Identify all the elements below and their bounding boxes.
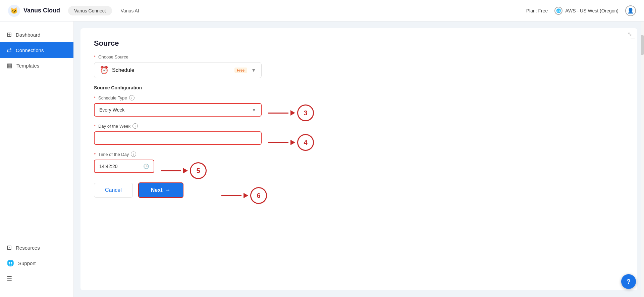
choose-source-label: * Choose Source	[94, 54, 624, 59]
arrow-line-3	[268, 113, 288, 114]
scrollbar-track[interactable]	[641, 22, 644, 297]
sidebar-label-connections: Connections	[16, 47, 44, 53]
annotation-4: 4	[268, 134, 314, 151]
chevron-down-icon: ▼	[251, 68, 256, 73]
nav-right: Plan: Free 🌐 AWS - US West (Oregon) 👤	[526, 5, 636, 16]
schedule-type-value: Every Week	[99, 107, 124, 113]
sidebar-item-connections[interactable]: ⇄ Connections	[0, 42, 73, 58]
time-of-day-info-icon: i	[131, 152, 136, 157]
arrow-line-5	[161, 170, 181, 171]
time-of-day-label: * Time of the Day i	[94, 152, 624, 157]
content-panel: ⤡ — Source * Choose Source ⏰ Schedule Fr…	[80, 28, 637, 290]
sidebar-item-dashboard[interactable]: ⊞ Dashboard	[0, 27, 73, 42]
help-button[interactable]: ?	[621, 274, 636, 289]
minimize-icon[interactable]: —	[631, 36, 635, 41]
globe-icon: 🌐	[554, 7, 562, 15]
resources-icon: ⊡	[7, 244, 12, 251]
day-of-week-info-icon: i	[132, 123, 138, 129]
button-area: Cancel Next → 6	[94, 182, 624, 198]
next-arrow-icon: →	[165, 187, 171, 193]
schedule-icon: ⏰	[100, 66, 109, 75]
source-title: Source	[94, 39, 624, 48]
sidebar-item-resources[interactable]: ⊡ Resources	[0, 240, 73, 255]
next-button[interactable]: Next →	[138, 182, 183, 198]
arrow-head-3	[290, 110, 295, 116]
plan-label: Plan: Free	[526, 8, 548, 13]
region-area: 🌐 AWS - US West (Oregon)	[554, 7, 619, 15]
topnav: 🐱 Vanus Cloud Vanus Connect Vanus AI Pla…	[0, 0, 644, 22]
arrow-head-5	[183, 168, 188, 173]
sidebar-item-templates[interactable]: ▦ Templates	[0, 58, 73, 73]
annotation-6: 6	[221, 187, 267, 204]
sidebar-label-resources: Resources	[16, 245, 40, 251]
source-name: Schedule	[112, 67, 135, 73]
cancel-button[interactable]: Cancel	[94, 183, 133, 198]
arrow-line-4	[268, 142, 288, 143]
day-of-week-input[interactable]	[94, 131, 262, 145]
logo-icon: 🐱	[8, 5, 20, 17]
day-of-week-group: * Day of the Week i 4	[94, 123, 624, 145]
sidebar-item-support[interactable]: 🌐 Support	[0, 255, 73, 271]
sidebar-item-menu[interactable]: ☰	[0, 271, 73, 286]
sidebar-label-templates: Templates	[16, 63, 39, 69]
region-label: AWS - US West (Oregon)	[565, 8, 619, 13]
logo: 🐱 Vanus Cloud	[8, 5, 60, 17]
annotation-circle-4: 4	[297, 134, 314, 151]
menu-icon: ☰	[7, 275, 12, 282]
vanus-connect-btn[interactable]: Vanus Connect	[68, 6, 112, 15]
time-value: 14:42:20	[99, 164, 118, 169]
time-input-wrapper[interactable]: 14:42:20 🕐	[94, 160, 154, 173]
sidebar: ⊞ Dashboard ⇄ Connections ▦ Templates ⊡ …	[0, 22, 74, 297]
dashboard-icon: ⊞	[7, 31, 12, 38]
schedule-type-label: * Schedule Type i	[94, 95, 624, 100]
schedule-type-group: * Schedule Type i Every Week ▼ 3	[94, 95, 624, 117]
app-name: Vanus Cloud	[23, 7, 60, 14]
annotation-circle-3: 3	[297, 104, 314, 121]
schedule-type-chevron: ▼	[252, 107, 256, 113]
sidebar-label-support: Support	[18, 260, 36, 266]
free-badge: Free	[234, 68, 248, 73]
user-icon[interactable]: 👤	[625, 5, 636, 16]
annotation-circle-5: 5	[190, 162, 207, 179]
main-content: ⤡ — Source * Choose Source ⏰ Schedule Fr…	[74, 22, 644, 297]
arrow-line-6	[221, 195, 241, 196]
support-icon: 🌐	[7, 259, 14, 267]
source-dropdown[interactable]: ⏰ Schedule Free ▼	[94, 62, 262, 78]
choose-source-group: * Choose Source ⏰ Schedule Free ▼	[94, 54, 624, 78]
connections-icon: ⇄	[7, 46, 12, 54]
annotation-circle-6: 6	[250, 187, 267, 204]
schedule-type-select[interactable]: Every Week ▼	[94, 103, 262, 117]
sidebar-label-dashboard: Dashboard	[16, 32, 40, 38]
annotation-5: 5	[161, 162, 207, 179]
day-of-week-label: * Day of the Week i	[94, 123, 624, 129]
arrow-head-6	[244, 193, 248, 198]
annotation-3: 3	[268, 104, 314, 121]
time-of-day-group: * Time of the Day i 14:42:20 🕐 5	[94, 152, 624, 173]
vanus-ai-btn[interactable]: Vanus AI	[115, 6, 145, 15]
schedule-type-info-icon: i	[129, 95, 135, 100]
scrollbar-thumb	[641, 35, 644, 55]
arrow-head-4	[290, 140, 295, 145]
source-config-label: Source Configuration	[94, 85, 624, 90]
clock-icon: 🕐	[143, 164, 149, 169]
templates-icon: ▦	[7, 62, 12, 69]
layout: ⊞ Dashboard ⇄ Connections ▦ Templates ⊡ …	[0, 22, 644, 297]
